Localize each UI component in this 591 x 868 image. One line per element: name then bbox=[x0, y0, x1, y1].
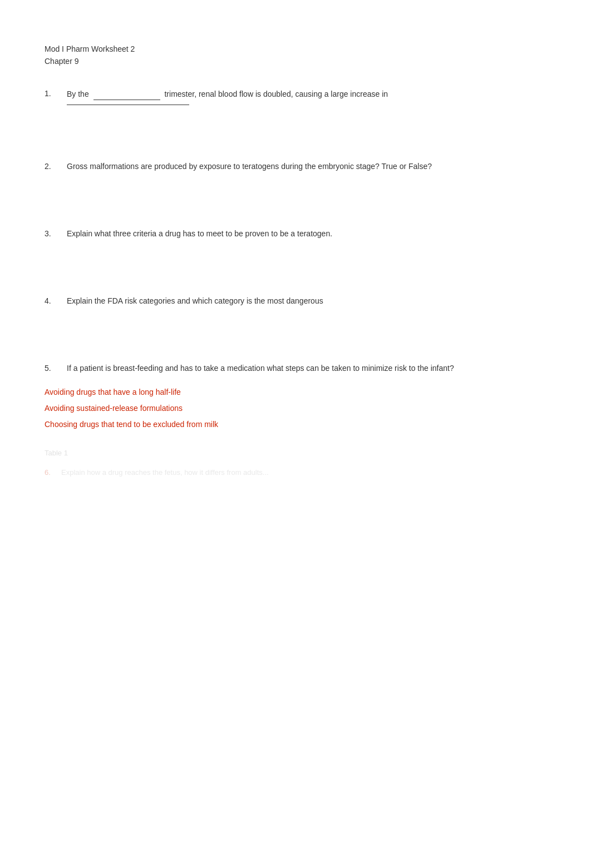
question-number-4: 4. bbox=[45, 295, 67, 307]
blurred-question-number: 6. bbox=[45, 468, 61, 477]
blurred-title: Table 1 bbox=[45, 449, 546, 457]
question-item-1: 1. By the trimester, renal blood flow is… bbox=[45, 88, 546, 105]
question-item-3: 3. Explain what three criteria a drug ha… bbox=[45, 228, 546, 240]
question-item-5: 5. If a patient is breast-feeding and ha… bbox=[45, 363, 546, 374]
blank-increase bbox=[67, 105, 189, 105]
question-text-2: Gross malformations are produced by expo… bbox=[67, 161, 546, 172]
blurred-question-text: Explain how a drug reaches the fetus, ho… bbox=[61, 468, 269, 477]
answer-1: Avoiding drugs that have a long half-lif… bbox=[45, 385, 546, 399]
question-text-4: Explain the FDA risk categories and whic… bbox=[67, 295, 546, 307]
question-text-5: If a patient is breast-feeding and has t… bbox=[67, 363, 546, 374]
question-text-3: Explain what three criteria a drug has t… bbox=[67, 228, 546, 240]
questions-list: 1. By the trimester, renal blood flow is… bbox=[45, 88, 546, 374]
question-item-4: 4. Explain the FDA risk categories and w… bbox=[45, 295, 546, 307]
blank-trimester bbox=[93, 88, 160, 100]
document-title: Mod I Pharm Worksheet 2 bbox=[45, 44, 546, 53]
document-subtitle: Chapter 9 bbox=[45, 57, 546, 66]
question-number-5: 5. bbox=[45, 363, 67, 374]
question-number-3: 3. bbox=[45, 228, 67, 240]
blurred-question-6: 6. Explain how a drug reaches the fetus,… bbox=[45, 468, 546, 477]
document-page: Mod I Pharm Worksheet 2 Chapter 9 1. By … bbox=[0, 0, 591, 868]
answer-section: Avoiding drugs that have a long half-lif… bbox=[45, 385, 546, 432]
question-text-1: By the trimester, renal blood flow is do… bbox=[67, 88, 546, 105]
question-number-2: 2. bbox=[45, 161, 67, 172]
question-item-2: 2. Gross malformations are produced by e… bbox=[45, 161, 546, 172]
answer-2: Avoiding sustained-release formulations bbox=[45, 401, 546, 415]
question-number-1: 1. bbox=[45, 88, 67, 105]
answer-3: Choosing drugs that tend to be excluded … bbox=[45, 418, 546, 431]
blurred-section: Table 1 6. Explain how a drug reaches th… bbox=[45, 449, 546, 477]
